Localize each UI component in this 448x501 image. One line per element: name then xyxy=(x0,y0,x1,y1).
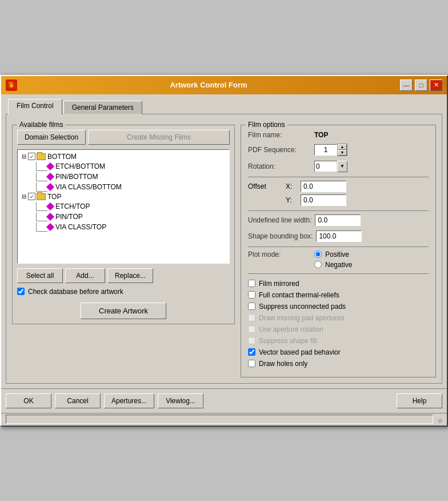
replace-button[interactable]: Replace... xyxy=(107,268,153,283)
checkboxes-section: Film mirrored Full contact thermal-relie… xyxy=(248,280,429,368)
window-controls: — □ ✕ xyxy=(400,79,442,91)
separator-3 xyxy=(248,246,429,247)
tree-view[interactable]: ⊟ BOTTOM ETCH/BOTTOM xyxy=(17,149,230,264)
tree-label-top: TOP xyxy=(47,193,61,201)
window-title: Artwork Control Form xyxy=(17,81,400,89)
diamond-icon-etch-bottom xyxy=(46,162,54,170)
tree-item-bottom[interactable]: ⊟ BOTTOM xyxy=(20,152,227,161)
check-database-row: Check database before artwork xyxy=(17,288,230,296)
film-name-value: TOP xyxy=(314,131,328,139)
tree-item-etch-top[interactable]: ETCH/TOP xyxy=(20,201,227,212)
check-film-mirrored: Film mirrored xyxy=(248,280,429,288)
rotation-dropdown-arrow[interactable]: ▼ xyxy=(337,161,347,172)
diamond-icon-pin-top xyxy=(46,212,54,220)
svg-point-2 xyxy=(10,84,13,88)
offset-x-input[interactable] xyxy=(301,181,346,192)
draw-missing-label: Draw missing pad apertures xyxy=(259,314,344,322)
available-films-title: Available films xyxy=(17,121,65,129)
status-bar: ⊘ xyxy=(1,413,447,426)
pdf-sequence-input[interactable]: 1 xyxy=(314,144,337,156)
check-full-contact: Full contact thermal-reliefs xyxy=(248,291,429,299)
aperture-rotation-checkbox xyxy=(248,325,255,333)
suppress-shape-fill-label: Suppress shape fill xyxy=(259,337,317,345)
tree-item-pin-bottom[interactable]: PIN/BOTTOM xyxy=(20,172,227,182)
diamond-icon-etch-top xyxy=(46,202,54,210)
available-films-group: Available films Domain Selection Create … xyxy=(12,125,235,324)
window-content: Film Control General Parameters Availabl… xyxy=(1,94,447,388)
tab-bar: Film Control General Parameters xyxy=(6,99,442,114)
tree-toggle-bottom[interactable]: ⊟ xyxy=(20,153,28,161)
film-mirrored-checkbox[interactable] xyxy=(248,280,255,287)
check-database-checkbox[interactable] xyxy=(17,288,25,295)
pdf-sequence-spinbox: 1 ▲ ▼ xyxy=(314,144,347,156)
diamond-icon-pin-bottom xyxy=(46,172,54,180)
tree-checkbox-top[interactable] xyxy=(28,193,35,200)
tree-label-via-top: VIA CLASS/TOP xyxy=(55,223,106,231)
undefined-line-width-row: Undefined line width: xyxy=(248,214,429,226)
ok-button[interactable]: OK xyxy=(6,393,51,408)
tree-item-top[interactable]: ⊟ TOP xyxy=(20,192,227,201)
vector-based-label: Vector based pad behavior xyxy=(259,348,341,356)
select-all-button[interactable]: Select all xyxy=(17,268,63,283)
help-button[interactable]: Help xyxy=(397,393,442,408)
rotation-row: Rotation: 0 ▼ xyxy=(248,161,429,172)
check-database-label: Check database before artwork xyxy=(28,288,123,296)
plot-mode-negative-radio[interactable] xyxy=(314,261,322,268)
offset-y-input[interactable] xyxy=(301,194,346,206)
offset-label: Offset xyxy=(248,182,282,190)
separator-2 xyxy=(248,210,429,211)
create-artwork-button[interactable]: Create Artwork xyxy=(81,303,166,319)
plot-mode-positive-radio[interactable] xyxy=(314,250,322,258)
cancel-button[interactable]: Cancel xyxy=(55,393,101,408)
main-window: Artwork Control Form — □ ✕ Film Control … xyxy=(0,75,448,427)
main-layout: Available films Domain Selection Create … xyxy=(12,120,436,377)
separator-4 xyxy=(248,273,429,274)
check-suppress-shape-fill: Suppress shape fill xyxy=(248,337,429,345)
diamond-icon-via-top xyxy=(46,222,54,230)
suppress-unconnected-checkbox[interactable] xyxy=(248,303,255,310)
rotation-label: Rotation: xyxy=(248,162,311,170)
tree-item-via-top[interactable]: VIA CLASS/TOP xyxy=(20,222,227,232)
viewlog-button[interactable]: Viewlog... xyxy=(158,393,203,408)
folder-icon-bottom xyxy=(37,153,46,160)
check-vector-based: Vector based pad behavior xyxy=(248,348,429,356)
tree-toggle-top[interactable]: ⊟ xyxy=(20,193,28,201)
draw-holes-checkbox[interactable] xyxy=(248,360,255,367)
tree-item-pin-top[interactable]: PIN/TOP xyxy=(20,212,227,222)
shape-bounding-box-input[interactable] xyxy=(316,230,362,242)
minimize-button[interactable]: — xyxy=(400,79,413,91)
pdf-sequence-down[interactable]: ▼ xyxy=(338,150,347,156)
tab-content: Available films Domain Selection Create … xyxy=(6,114,442,384)
vector-based-checkbox[interactable] xyxy=(248,348,255,356)
domain-buttons: Domain Selection Create Missing Films xyxy=(17,130,230,145)
domain-selection-button[interactable]: Domain Selection xyxy=(17,130,86,145)
tree-item-via-bottom[interactable]: VIA CLASS/BOTTOM xyxy=(20,182,227,192)
status-section xyxy=(6,415,433,424)
shape-bounding-box-row: Shape bounding box: xyxy=(248,230,429,242)
check-aperture-rotation: Use aperture rotation xyxy=(248,325,429,333)
tab-film-control[interactable]: Film Control xyxy=(8,99,62,114)
pdf-sequence-up[interactable]: ▲ xyxy=(338,144,347,150)
folder-icon-top xyxy=(37,193,46,200)
tree-label-etch-top: ETCH/TOP xyxy=(55,202,90,210)
undefined-line-width-label: Undefined line width: xyxy=(248,216,311,224)
check-draw-missing: Draw missing pad apertures xyxy=(248,314,429,322)
shape-bounding-box-label: Shape bounding box: xyxy=(248,232,313,240)
undefined-line-width-input[interactable] xyxy=(315,214,361,226)
create-missing-films-button[interactable]: Create Missing Films xyxy=(88,130,230,145)
tab-general-parameters[interactable]: General Parameters xyxy=(63,101,142,114)
tree-item-etch-bottom[interactable]: ETCH/BOTTOM xyxy=(20,161,227,172)
tree-label-pin-bottom: PIN/BOTTOM xyxy=(55,173,98,181)
film-name-label: Film name: xyxy=(248,131,311,139)
tree-checkbox-bottom[interactable] xyxy=(28,153,35,160)
add-button[interactable]: Add... xyxy=(65,268,105,283)
tree-label-bottom: BOTTOM xyxy=(47,153,77,161)
diamond-icon-via-bottom xyxy=(46,182,54,190)
rotation-dropdown: 0 ▼ xyxy=(314,161,347,172)
rotation-input[interactable]: 0 xyxy=(314,161,337,172)
close-button[interactable]: ✕ xyxy=(430,79,442,91)
suppress-shape-fill-checkbox xyxy=(248,337,255,344)
apertures-button[interactable]: Apertures... xyxy=(104,393,154,408)
full-contact-checkbox[interactable] xyxy=(248,291,255,299)
maximize-button[interactable]: □ xyxy=(415,79,427,91)
